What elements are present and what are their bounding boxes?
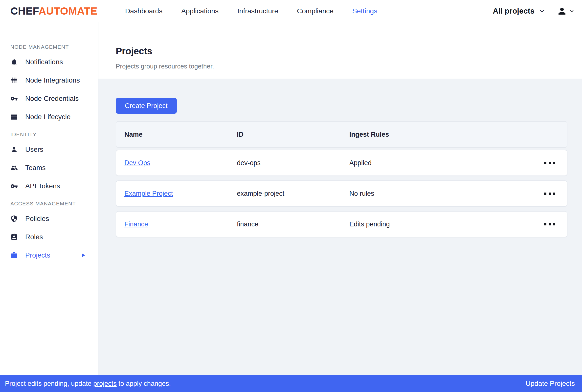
sidebar-item-node-lifecycle[interactable]: Node Lifecycle — [0, 108, 98, 126]
banner-message: Project edits pending, update projects t… — [5, 380, 171, 388]
sidebar-item-node-integrations[interactable]: Node Integrations — [0, 71, 98, 90]
column-header-name: Name — [124, 131, 237, 138]
logo-chef: CHEF — [10, 5, 38, 17]
sidebar-item-label: Node Lifecycle — [25, 113, 71, 121]
project-filter-label: All projects — [493, 7, 534, 16]
ingest-rules-cell: Edits pending — [349, 220, 526, 228]
ingest-rules-cell: Applied — [349, 159, 526, 167]
chef-automate-logo: CHEFAUTOMATE — [10, 5, 98, 17]
sidebar-section-access-management: ACCESS MANAGEMENT Policies Roles Project… — [0, 201, 98, 264]
project-filter-dropdown[interactable]: All projects — [493, 7, 546, 16]
badge-icon — [10, 233, 18, 241]
banner-text-after: to apply changes. — [117, 380, 171, 387]
sidebar-item-policies[interactable]: Policies — [0, 210, 98, 228]
nav-compliance[interactable]: Compliance — [297, 7, 334, 15]
sidebar-item-label: Users — [25, 146, 43, 154]
section-header: ACCESS MANAGEMENT — [0, 201, 98, 207]
nav-applications[interactable]: Applications — [181, 7, 218, 15]
key-icon — [10, 182, 18, 190]
sidebar-item-label: Node Integrations — [25, 76, 80, 84]
user-icon — [10, 146, 18, 153]
update-projects-button[interactable]: Update Projects — [526, 380, 575, 388]
page-header: Projects Projects group resources togeth… — [98, 22, 582, 78]
sidebar-item-node-credentials[interactable]: Node Credentials — [0, 90, 98, 108]
project-id-cell: example-project — [237, 190, 349, 198]
ellipsis-menu-button[interactable] — [544, 160, 556, 166]
project-id-cell: finance — [237, 220, 349, 228]
user-menu[interactable] — [557, 6, 574, 16]
sidebar-item-roles[interactable]: Roles — [0, 228, 98, 246]
banner-projects-link[interactable]: projects — [93, 380, 117, 387]
pending-edits-banner: Project edits pending, update projects t… — [0, 375, 582, 392]
table-row: Dev Ops dev-ops Applied — [116, 150, 568, 176]
arrow-right-icon[interactable] — [80, 252, 88, 258]
table-row: Finance finance Edits pending — [116, 211, 568, 237]
ingest-rules-cell: No rules — [349, 190, 526, 198]
ellipsis-menu-button[interactable] — [544, 190, 556, 197]
server-icon — [10, 113, 18, 120]
chevron-down-icon — [569, 8, 574, 14]
top-navbar: CHEFAUTOMATE Dashboards Applications Inf… — [0, 0, 582, 22]
project-link-example-project[interactable]: Example Project — [124, 190, 173, 197]
banner-text-before: Project edits pending, update — [5, 380, 93, 387]
project-id-cell: dev-ops — [237, 159, 349, 167]
main-nav: Dashboards Applications Infrastructure C… — [125, 7, 377, 15]
sidebar-item-api-tokens[interactable]: API Tokens — [0, 177, 98, 195]
section-header: IDENTITY — [0, 132, 98, 138]
key-icon — [10, 95, 18, 102]
users-icon — [10, 164, 18, 172]
column-header-id: ID — [237, 131, 349, 138]
projects-panel: Create Project Name ID Ingest Rules Dev … — [98, 78, 582, 375]
sidebar-item-label: Projects — [25, 251, 50, 259]
main-content: Projects Projects group resources togeth… — [98, 22, 582, 375]
sidebar-item-teams[interactable]: Teams — [0, 159, 98, 177]
sidebar-item-projects[interactable]: Projects — [0, 246, 98, 264]
sidebar-item-label: API Tokens — [25, 182, 60, 190]
briefcase-icon — [10, 252, 18, 259]
shield-icon — [10, 215, 18, 222]
sidebar-item-label: Node Credentials — [25, 95, 78, 102]
sidebar-item-label: Roles — [25, 233, 43, 241]
chevron-down-icon — [538, 8, 546, 14]
projects-table: Name ID Ingest Rules Dev Ops dev-ops App… — [116, 121, 568, 237]
section-header: NODE MANAGEMENT — [0, 44, 98, 50]
sidebar-item-label: Notifications — [25, 58, 63, 66]
nav-right: All projects — [493, 6, 574, 16]
settings-sidebar: NODE MANAGEMENT Notifications Node Integ… — [0, 22, 98, 375]
avatar-icon — [557, 6, 567, 16]
sidebar-section-identity: IDENTITY Users Teams API Tokens — [0, 132, 98, 195]
page-title: Projects — [116, 46, 582, 56]
sidebar-section-node-management: NODE MANAGEMENT Notifications Node Integ… — [0, 44, 98, 126]
create-project-button[interactable]: Create Project — [116, 98, 177, 114]
sliders-icon — [10, 76, 18, 84]
bell-icon — [10, 58, 18, 66]
project-link-finance[interactable]: Finance — [124, 220, 148, 228]
project-link-dev-ops[interactable]: Dev Ops — [124, 159, 150, 166]
table-header-row: Name ID Ingest Rules — [116, 121, 568, 148]
ellipsis-menu-button[interactable] — [544, 221, 556, 228]
sidebar-item-users[interactable]: Users — [0, 140, 98, 159]
sidebar-item-notifications[interactable]: Notifications — [0, 53, 98, 71]
sidebar-item-label: Teams — [25, 164, 46, 172]
sidebar-item-label: Policies — [25, 215, 49, 223]
column-header-ingest-rules: Ingest Rules — [349, 131, 526, 138]
table-row: Example Project example-project No rules — [116, 180, 568, 207]
nav-dashboards[interactable]: Dashboards — [125, 7, 162, 15]
logo-automate: AUTOMATE — [38, 5, 98, 17]
nav-settings[interactable]: Settings — [352, 7, 377, 15]
page-subtitle: Projects group resources together. — [116, 62, 582, 70]
nav-infrastructure[interactable]: Infrastructure — [237, 7, 278, 15]
